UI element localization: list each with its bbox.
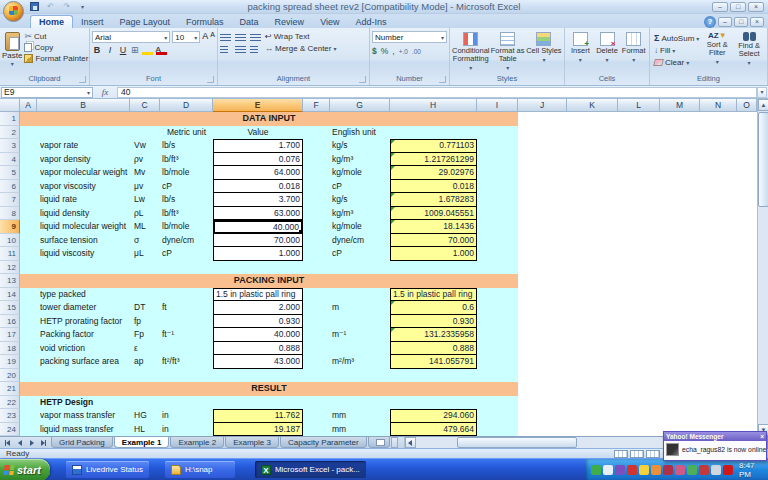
cell-D16[interactable]: [160, 315, 213, 329]
cell-B9[interactable]: liquid molecular weight: [37, 220, 130, 234]
cell-B8[interactable]: liquid density: [37, 207, 130, 221]
tray-icon-antivirus[interactable]: [627, 465, 637, 475]
cell-B11[interactable]: liquid viscosity: [37, 247, 130, 261]
cell-D5[interactable]: lb/mole: [160, 166, 213, 180]
row-header-1[interactable]: 1: [0, 112, 20, 126]
cell-D6[interactable]: cP: [160, 180, 213, 194]
cell-D22[interactable]: [160, 396, 213, 410]
row-header-16[interactable]: 16: [0, 315, 20, 329]
cell-E8[interactable]: 63.000: [213, 207, 303, 221]
row-header-13[interactable]: 13: [0, 274, 20, 288]
cell-H19[interactable]: 141.055791: [390, 355, 477, 369]
format-cells-button[interactable]: Format ▾: [620, 30, 647, 64]
tray-icon-phone[interactable]: [711, 465, 721, 475]
row-header-4[interactable]: 4: [0, 153, 20, 167]
cell-E22[interactable]: [213, 396, 303, 410]
shrink-font-button[interactable]: A: [210, 31, 215, 43]
cell-C7[interactable]: Lw: [130, 193, 160, 207]
row-header-8[interactable]: 8: [0, 207, 20, 221]
cell-H23[interactable]: 294.060: [390, 409, 477, 423]
grow-font-button[interactable]: A: [202, 31, 208, 43]
row-header-2[interactable]: 2: [0, 126, 20, 140]
cell-E17[interactable]: 40.000: [213, 328, 303, 342]
cell-A18[interactable]: [20, 342, 37, 356]
row-header-7[interactable]: 7: [0, 193, 20, 207]
cell-G24[interactable]: mm: [330, 423, 390, 437]
cell-styles-button[interactable]: Cell Styles ▾: [526, 30, 562, 64]
cell-C18[interactable]: ε: [130, 342, 160, 356]
cell-B15[interactable]: tower diameter: [37, 301, 130, 315]
cell-F22[interactable]: [303, 396, 330, 410]
cell-I5[interactable]: [477, 166, 518, 180]
cell-D19[interactable]: ft²/ft³: [160, 355, 213, 369]
underline-button[interactable]: U: [118, 45, 128, 55]
workbook-minimize-button[interactable]: –: [718, 17, 732, 27]
align-middle-button[interactable]: [235, 33, 246, 41]
column-header-K[interactable]: K: [567, 99, 618, 112]
normal-view-button[interactable]: [614, 450, 628, 458]
cell-E23[interactable]: 11.762: [213, 409, 303, 423]
cell-E5[interactable]: 64.000: [213, 166, 303, 180]
expand-formula-bar-button[interactable]: ▾: [757, 87, 767, 98]
clear-button[interactable]: Clear▾: [652, 57, 701, 68]
cell-C14[interactable]: [130, 288, 160, 302]
merge-center-button[interactable]: ↔Merge & Center▾: [265, 44, 336, 53]
row-header-18[interactable]: 18: [0, 342, 20, 356]
last-sheet-button[interactable]: [38, 438, 49, 447]
sheet-tab-grid-packing[interactable]: Grid Packing: [51, 437, 113, 448]
scroll-up-button[interactable]: ▲: [758, 99, 768, 111]
help-button[interactable]: ?: [704, 16, 716, 28]
cell-F24[interactable]: [303, 423, 330, 437]
cell-A17[interactable]: [20, 328, 37, 342]
tab-page-layout[interactable]: Page Layout: [112, 16, 179, 28]
cell-H18[interactable]: 0.888: [390, 342, 477, 356]
tab-home[interactable]: Home: [30, 15, 73, 28]
cell-H17[interactable]: 131.2335958: [390, 328, 477, 342]
cell-G11[interactable]: cP: [330, 247, 390, 261]
cell-B23[interactable]: vapor mass transfer: [37, 409, 130, 423]
sheet-tab-example-1[interactable]: Example 1: [114, 437, 170, 448]
cell-G6[interactable]: cP: [330, 180, 390, 194]
cell-C4[interactable]: ρv: [130, 153, 160, 167]
row-header-5[interactable]: 5: [0, 166, 20, 180]
cell-D4[interactable]: lb/ft³: [160, 153, 213, 167]
conditional-formatting-button[interactable]: Conditional Formatting ▾: [452, 30, 490, 72]
cell-D17[interactable]: ft⁻¹: [160, 328, 213, 342]
cell-I16[interactable]: [477, 315, 518, 329]
cell-E10[interactable]: 70.000: [213, 234, 303, 248]
fill-color-button[interactable]: [142, 45, 153, 55]
font-family-combo[interactable]: Arial▾: [92, 31, 170, 43]
font-color-button[interactable]: A: [156, 45, 167, 55]
scroll-left-button[interactable]: [405, 437, 416, 448]
tray-icon-alert[interactable]: [723, 465, 733, 475]
cell-C23[interactable]: HG: [130, 409, 160, 423]
name-box[interactable]: E9▾: [1, 87, 93, 98]
cell-F8[interactable]: [303, 207, 330, 221]
paste-button[interactable]: Paste ▾: [2, 30, 22, 67]
cell-A15[interactable]: [20, 301, 37, 315]
row-header-6[interactable]: 6: [0, 180, 20, 194]
align-bottom-button[interactable]: [250, 33, 261, 41]
cell-C22[interactable]: [130, 396, 160, 410]
increase-decimal-button[interactable]: +.0: [399, 48, 408, 55]
delete-cells-button[interactable]: Delete ▾: [594, 30, 621, 64]
row-header-24[interactable]: 24: [0, 423, 20, 437]
formula-input[interactable]: 40: [117, 87, 757, 98]
cell-B6[interactable]: vapor viscosity: [37, 180, 130, 194]
cut-button[interactable]: ✂Cut: [22, 30, 90, 42]
column-header-N[interactable]: N: [700, 99, 737, 112]
column-header-A[interactable]: A: [20, 99, 37, 112]
workbook-close-button[interactable]: ×: [750, 17, 764, 27]
cell-F17[interactable]: [303, 328, 330, 342]
cell-I15[interactable]: [477, 301, 518, 315]
cell-D14[interactable]: [160, 288, 213, 302]
dialog-launcher-icon[interactable]: [79, 76, 86, 83]
cell-E6[interactable]: 0.018: [213, 180, 303, 194]
sort-filter-button[interactable]: AZ▼ Sort & Filter ▾: [701, 30, 733, 67]
cell-I11[interactable]: [477, 247, 518, 261]
column-header-J[interactable]: J: [518, 99, 567, 112]
workbook-restore-button[interactable]: □: [734, 17, 748, 27]
cell-D9[interactable]: lb/mole: [160, 220, 213, 234]
row-header-14[interactable]: 14: [0, 288, 20, 302]
maximize-button[interactable]: □: [730, 2, 746, 12]
